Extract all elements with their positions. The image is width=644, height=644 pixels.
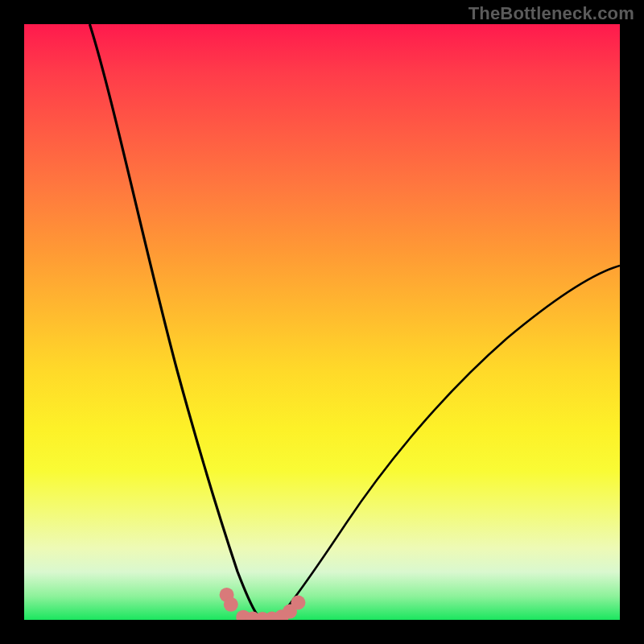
chart-svg xyxy=(24,24,620,620)
marker-dot xyxy=(224,597,238,612)
curve-right-branch xyxy=(282,266,620,614)
marker-layer xyxy=(220,588,306,620)
plot-area xyxy=(24,24,620,620)
attribution-text: TheBottleneck.com xyxy=(469,3,634,24)
outer-frame: TheBottleneck.com xyxy=(0,0,644,644)
marker-dot xyxy=(291,596,305,610)
curve-layer xyxy=(89,24,620,619)
curve-left-branch xyxy=(89,24,257,614)
